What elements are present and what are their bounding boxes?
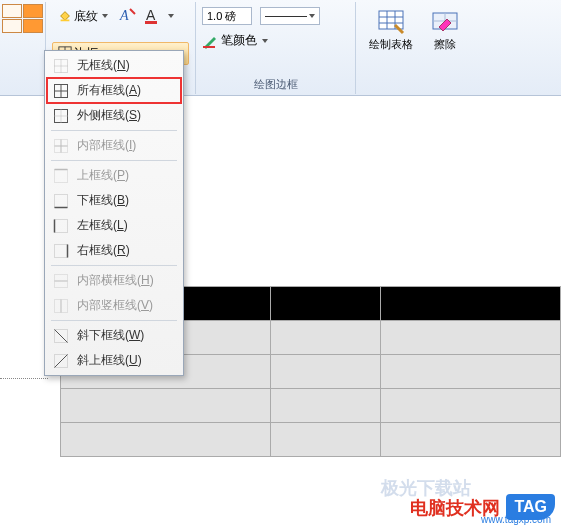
eraser-icon — [431, 7, 459, 35]
border-menu-item-left-border[interactable]: 左框线(L) — [47, 213, 181, 238]
diagonal-up-icon — [53, 353, 69, 369]
font-fill-icon[interactable]: A — [118, 6, 138, 26]
eraser-button[interactable]: 擦除 — [424, 4, 466, 55]
svg-line-41 — [55, 329, 68, 342]
page-margin-guide — [0, 378, 48, 379]
pen-weight-value: 1.0 磅 — [207, 9, 236, 24]
font-color-icon[interactable]: A — [142, 6, 162, 26]
table-cell[interactable] — [381, 287, 561, 321]
no-border-icon — [53, 58, 69, 74]
border-dropdown-menu: 无框线(N)所有框线(A)外侧框线(S)内部框线(I)上框线(P)下框线(B)左… — [44, 50, 184, 376]
shading-label: 底纹 — [74, 8, 98, 25]
shading-button[interactable]: 底纹 — [52, 5, 114, 28]
table-cell[interactable] — [271, 423, 381, 457]
table-row[interactable] — [61, 389, 561, 423]
diagonal-down-icon — [53, 328, 69, 344]
inside-borders-icon — [53, 138, 69, 154]
menu-item-label: 内部竖框线(V) — [77, 297, 153, 314]
menu-item-label: 下框线(B) — [77, 192, 129, 209]
svg-rect-7 — [203, 46, 215, 48]
pen-style-combo[interactable] — [260, 7, 320, 25]
table-cell[interactable] — [271, 355, 381, 389]
table-styles-section — [0, 2, 46, 94]
menu-item-label: 内部横框线(H) — [77, 272, 154, 289]
watermark-url: www.tagxp.com — [481, 514, 551, 525]
svg-rect-34 — [55, 244, 68, 257]
table-cell[interactable] — [271, 389, 381, 423]
chevron-down-icon — [102, 14, 108, 18]
bottom-border-icon — [53, 193, 69, 209]
svg-rect-0 — [61, 20, 70, 22]
menu-item-label: 上框线(P) — [77, 167, 129, 184]
menu-separator — [51, 320, 177, 321]
right-border-icon — [53, 243, 69, 259]
draw-table-label: 绘制表格 — [369, 37, 413, 52]
table-cell[interactable] — [61, 389, 271, 423]
border-menu-item-bottom-border[interactable]: 下框线(B) — [47, 188, 181, 213]
style-tile[interactable] — [23, 4, 43, 18]
border-menu-item-inside-borders: 内部框线(I) — [47, 133, 181, 158]
table-cell[interactable] — [381, 321, 561, 355]
inside-horizontal-icon — [53, 273, 69, 289]
menu-item-label: 无框线(N) — [77, 57, 130, 74]
left-border-icon — [53, 218, 69, 234]
inside-vertical-icon — [53, 298, 69, 314]
border-menu-item-inside-horizontal: 内部横框线(H) — [47, 268, 181, 293]
eraser-label: 擦除 — [434, 37, 456, 52]
menu-item-label: 右框线(R) — [77, 242, 130, 259]
table-cell[interactable] — [61, 423, 271, 457]
chevron-down-icon — [262, 39, 268, 43]
menu-item-label: 内部框线(I) — [77, 137, 136, 154]
border-menu-item-outside-borders[interactable]: 外侧框线(S) — [47, 103, 181, 128]
border-menu-item-top-border: 上框线(P) — [47, 163, 181, 188]
svg-text:A: A — [146, 7, 156, 23]
table-cell[interactable] — [381, 423, 561, 457]
table-cell[interactable] — [271, 321, 381, 355]
chevron-down-icon — [309, 14, 315, 18]
menu-separator — [51, 160, 177, 161]
style-tile[interactable] — [23, 19, 43, 33]
draw-table-icon — [377, 7, 405, 35]
border-menu-item-diagonal-down[interactable]: 斜下框线(W) — [47, 323, 181, 348]
svg-rect-28 — [55, 169, 68, 182]
menu-item-label: 斜下框线(W) — [77, 327, 144, 344]
svg-rect-8 — [379, 11, 403, 29]
outside-borders-icon — [53, 108, 69, 124]
menu-item-label: 外侧框线(S) — [77, 107, 141, 124]
svg-rect-30 — [55, 194, 68, 207]
menu-item-label: 所有框线(A) — [77, 82, 141, 99]
menu-separator — [51, 265, 177, 266]
menu-item-label: 斜上框线(U) — [77, 352, 142, 369]
table-cell[interactable] — [381, 355, 561, 389]
border-menu-item-right-border[interactable]: 右框线(R) — [47, 238, 181, 263]
border-menu-item-inside-vertical: 内部竖框线(V) — [47, 293, 181, 318]
svg-line-43 — [55, 354, 68, 367]
draw-borders-section: 1.0 磅 笔颜色 绘图边框 — [196, 2, 356, 94]
border-menu-item-all-borders[interactable]: 所有框线(A) — [47, 78, 181, 103]
pen-color-label: 笔颜色 — [221, 32, 257, 49]
svg-rect-32 — [55, 219, 68, 232]
style-tile[interactable] — [2, 19, 22, 33]
table-row[interactable] — [61, 423, 561, 457]
draw-table-button[interactable]: 绘制表格 — [362, 4, 420, 55]
all-borders-icon — [53, 83, 69, 99]
bucket-icon — [58, 9, 72, 23]
draw-tools-section: 绘制表格 擦除 — [356, 2, 472, 94]
pen-weight-combo[interactable]: 1.0 磅 — [202, 7, 252, 25]
svg-rect-3 — [145, 21, 157, 24]
section-label: 绘图边框 — [202, 75, 349, 92]
style-tile[interactable] — [2, 4, 22, 18]
menu-item-label: 左框线(L) — [77, 217, 128, 234]
pen-color-icon — [202, 33, 218, 49]
table-cell[interactable] — [271, 287, 381, 321]
menu-separator — [51, 130, 177, 131]
line-preview — [265, 16, 307, 17]
table-cell[interactable] — [381, 389, 561, 423]
border-menu-item-diagonal-up[interactable]: 斜上框线(U) — [47, 348, 181, 373]
svg-text:A: A — [119, 8, 129, 23]
table-style-gallery[interactable] — [2, 4, 43, 33]
top-border-icon — [53, 168, 69, 184]
chevron-down-icon — [168, 14, 174, 18]
border-menu-item-no-border[interactable]: 无框线(N) — [47, 53, 181, 78]
